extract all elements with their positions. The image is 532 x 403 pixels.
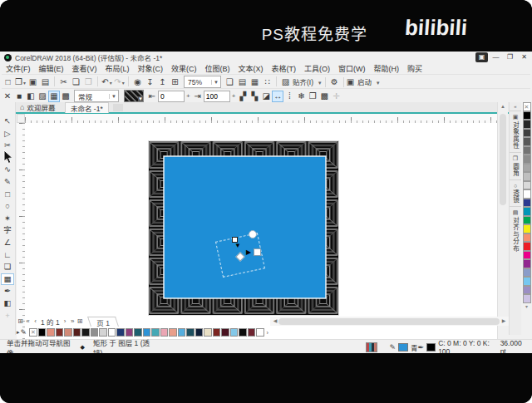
options-button[interactable]: ⚙ <box>328 76 341 88</box>
docker-tab-corners[interactable]: ❐圆角 <box>510 152 521 179</box>
color-swatch[interactable] <box>523 224 531 233</box>
polygon-tool[interactable]: ✶ <box>1 213 14 225</box>
transparency-tool[interactable]: ▦ <box>1 273 14 286</box>
color-swatch[interactable] <box>73 328 81 337</box>
color-swatch[interactable] <box>38 328 47 337</box>
color-swatch[interactable]: ✕ <box>523 102 531 111</box>
color-swatch[interactable] <box>523 172 531 181</box>
color-swatch[interactable] <box>91 328 99 337</box>
shape-tool[interactable]: ▷ <box>1 128 14 140</box>
print-icon[interactable]: ▤ <box>39 76 52 88</box>
show-guidelines-icon[interactable]: ∷ <box>261 76 273 88</box>
color-swatch[interactable] <box>523 294 531 303</box>
import-icon[interactable]: ↧ <box>144 76 156 88</box>
color-swatch[interactable] <box>108 328 116 337</box>
transparency-end-handle[interactable] <box>254 248 261 256</box>
color-swatch[interactable] <box>169 328 177 337</box>
dimension-tool[interactable]: ∠ <box>1 237 14 249</box>
uniform-transparency-icon[interactable]: ■ <box>13 91 25 102</box>
color-swatch[interactable] <box>230 328 239 337</box>
first-page-icon[interactable]: « <box>24 317 32 325</box>
color-swatch[interactable] <box>523 199 531 208</box>
color-swatch[interactable]: ✕ <box>29 328 37 337</box>
fill-color-indicator[interactable]: ✎ 青 <box>389 342 417 352</box>
ruler-origin-box[interactable] <box>17 114 25 123</box>
snap-off-icon[interactable]: ▨ <box>279 76 292 88</box>
trial-badge-icon[interactable]: ▣ <box>475 52 488 62</box>
scroll-right-icon[interactable]: ▶ <box>499 317 509 325</box>
transparency-ellipsis-icon[interactable]: ⁞ <box>283 91 295 102</box>
color-swatch[interactable] <box>256 328 264 337</box>
spinner-icon[interactable]: + <box>186 92 190 100</box>
new-tab-button[interactable] <box>113 104 123 111</box>
color-swatch[interactable] <box>523 120 531 129</box>
minimize-button[interactable]: — <box>490 52 502 62</box>
merge-mode-combobox[interactable]: 常规 ▼ <box>74 90 119 102</box>
connector-tool[interactable]: ∟ <box>1 249 14 262</box>
menu-item[interactable]: 效果(C) <box>167 63 201 74</box>
color-swatch[interactable] <box>523 111 531 120</box>
color-swatch[interactable] <box>523 233 531 243</box>
color-swatch[interactable] <box>143 328 151 337</box>
transparency-target-icon[interactable]: ↔ <box>272 91 283 102</box>
palette-scroll-down-icon[interactable]: ▾ <box>521 303 532 309</box>
color-swatch[interactable] <box>221 328 229 337</box>
spinner-icon[interactable]: + <box>232 92 236 100</box>
color-swatch[interactable] <box>523 181 531 190</box>
color-swatch[interactable] <box>239 328 247 337</box>
color-swatch[interactable] <box>523 286 531 295</box>
color-swatch[interactable] <box>523 259 531 268</box>
palette-scroll-left-icon[interactable]: ▸ <box>17 329 20 336</box>
end-transparency-input[interactable] <box>204 91 230 102</box>
color-swatch[interactable] <box>248 328 256 337</box>
show-grid-icon[interactable]: ▦ <box>249 76 261 88</box>
fullscreen-preview-icon[interactable]: ❑ <box>224 76 236 88</box>
color-swatch[interactable] <box>523 216 531 225</box>
horizontal-scrollbar[interactable]: ◀ ▶ <box>270 317 509 326</box>
color-swatch[interactable] <box>47 328 55 337</box>
menu-item[interactable]: 窗口(W) <box>334 63 370 74</box>
color-swatch[interactable] <box>523 251 531 260</box>
color-swatch[interactable] <box>56 328 64 337</box>
color-swatch[interactable] <box>523 164 531 173</box>
color-swatch[interactable] <box>151 328 160 337</box>
docker-tab-object-properties[interactable]: ▣对象属性 <box>510 111 521 152</box>
palette-scroll-right-icon[interactable]: › <box>267 330 268 336</box>
next-page-icon[interactable]: › <box>62 317 69 325</box>
color-swatch[interactable] <box>134 328 142 337</box>
color-swatch[interactable] <box>523 146 531 155</box>
last-page-icon[interactable]: » <box>69 317 76 325</box>
rectangle-tool[interactable]: □ <box>1 189 14 201</box>
zoom-levels-icon[interactable]: ⊞ <box>169 76 181 88</box>
vertical-scrollbar[interactable]: ▲ ▼ <box>497 102 508 369</box>
color-swatch[interactable] <box>213 328 221 337</box>
color-swatch[interactable] <box>186 328 195 337</box>
menu-item[interactable]: 文本(X) <box>234 63 268 74</box>
color-swatch[interactable] <box>523 242 531 251</box>
menu-item[interactable]: 工具(O) <box>300 63 334 74</box>
transparency-midpoint-handle[interactable] <box>249 230 257 238</box>
save-icon[interactable]: ▣ <box>27 76 39 88</box>
texture-transparency-icon[interactable]: ▩ <box>60 91 71 102</box>
menu-item[interactable]: 文件(F) <box>2 63 35 74</box>
prev-page-icon[interactable]: ‹ <box>32 317 39 325</box>
menu-item[interactable]: 帮助(H) <box>370 63 404 74</box>
cut-icon[interactable]: ✂ <box>57 76 70 88</box>
docker-tab-lens[interactable]: ○透镜 <box>510 179 521 206</box>
open-icon[interactable]: ❐▾ <box>14 76 27 88</box>
customize-toolbox-button[interactable]: + <box>1 310 14 322</box>
close-button[interactable]: ✕ <box>518 52 530 62</box>
menu-item[interactable]: 查看(V) <box>68 63 101 74</box>
transparency-pattern-picker[interactable]: ▼ <box>124 90 144 102</box>
add-page-back-icon[interactable]: ⊞ <box>76 317 84 325</box>
docker-collapse-icon[interactable]: « <box>510 102 521 111</box>
export-icon[interactable]: ↥ <box>156 76 169 88</box>
color-swatch[interactable] <box>64 328 72 337</box>
artistic-media-tool[interactable]: ✎ <box>1 176 14 189</box>
application-launcher-button[interactable]: ▣ 启动 ▼ <box>347 76 381 88</box>
maximize-button[interactable]: ❐ <box>504 52 516 62</box>
copy-icon[interactable]: ❏ <box>70 76 82 88</box>
shadow-tool[interactable]: ❏ <box>1 261 14 273</box>
zoom-level-combobox[interactable]: 75% ▼ <box>184 76 221 88</box>
new-document-icon[interactable]: □ <box>2 76 14 88</box>
